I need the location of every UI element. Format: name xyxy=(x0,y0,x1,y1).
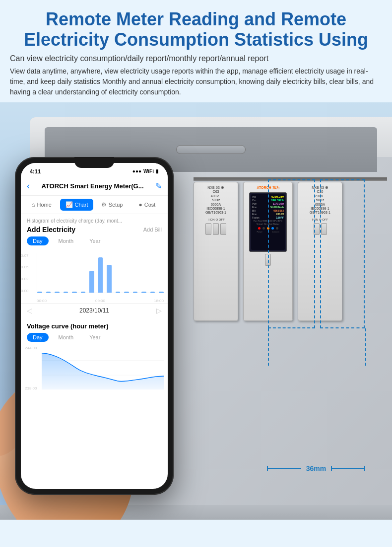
bar-3 xyxy=(55,292,60,293)
price-value: 050.0¥ xyxy=(276,213,284,216)
back-button[interactable]: ‹ xyxy=(27,181,30,191)
cur-value: 098.392A xyxy=(271,199,284,202)
period-selector-histogram: Day Month Year xyxy=(27,236,162,245)
device-switches-left xyxy=(196,223,236,235)
period-selector-voltage: Day Month Year xyxy=(27,333,162,342)
meter-type: Smart Din Rail Meter xyxy=(252,223,284,226)
dim-dashes-left xyxy=(268,328,269,366)
date-prev-button[interactable]: ◁ xyxy=(27,307,32,314)
pwr-label: Pwr: xyxy=(252,202,257,205)
nav-title: ATORCH Smart Energy Meter(G... xyxy=(34,182,151,190)
chart-bars-area xyxy=(37,253,164,293)
meter-brand-label: ATORCH 旭为 xyxy=(246,185,290,190)
x-label-mid: 09:00 xyxy=(95,299,105,303)
connect-indicator xyxy=(271,227,274,230)
voltage-period-day[interactable]: Day xyxy=(27,333,49,342)
bar-2 xyxy=(46,292,51,293)
period-day-btn[interactable]: Day xyxy=(27,236,49,245)
indicator-m2 xyxy=(267,227,269,230)
signal-icon: ●●● xyxy=(132,168,141,174)
connect-label: Connect xyxy=(272,231,279,233)
bar-13 xyxy=(141,292,146,293)
histogram-title: Histogram of electricity charge (day, mo… xyxy=(27,218,162,224)
device-right-label: NXB-63 ⊕C20230V~50Hz6000AIEC60898-1GB/T1… xyxy=(300,185,340,215)
tab-setup[interactable]: ⚙ Setup xyxy=(95,199,129,211)
tab-home-label: Home xyxy=(37,202,51,208)
main-image-area: NXB-63 ⊕C63400V~50Hz6000AIEC60898-1GB/T1… xyxy=(0,102,392,520)
bar-10 xyxy=(116,292,121,293)
bar-5 xyxy=(72,292,77,293)
switch-knob xyxy=(213,223,219,235)
chart-y-labels: 0.07 0.05 0.02 0.00 xyxy=(21,253,35,293)
battery-icon: ▮ xyxy=(156,168,159,174)
voltage-y-top: 244.00 xyxy=(25,346,42,350)
indicator-dark xyxy=(276,227,278,230)
tab-bar: ⌂ Home 📈 Chart ⚙ Setup ● Cost xyxy=(21,196,168,214)
period-year-btn[interactable]: Year xyxy=(83,236,106,245)
voltage-period-month[interactable]: Month xyxy=(53,333,80,342)
bar-7 xyxy=(89,271,94,292)
voltage-title: Voltage curve (hour meter) xyxy=(27,322,162,330)
dimension-line: 36mm xyxy=(267,465,365,472)
chart-x-labels: 00:00 09:00 18:00 xyxy=(37,299,164,303)
home-icon: ⌂ xyxy=(31,201,35,208)
switch-label-off: O OFF xyxy=(216,218,225,221)
date-nav: ◁ 2023/10/11 ▷ xyxy=(21,303,168,317)
chart-icon: 📈 xyxy=(65,201,73,208)
tab-cost[interactable]: ● Cost xyxy=(131,199,164,211)
add-bill-button[interactable]: Add Bill xyxy=(143,227,162,233)
power-label: Power xyxy=(257,231,262,233)
meter-ene-row: Ene: 36.8263kwh xyxy=(252,206,284,209)
device-switches-center xyxy=(246,254,290,266)
page-container: Remote Meter Reading and Remote Electric… xyxy=(0,0,392,547)
phone-notch xyxy=(74,157,114,168)
date-next-button[interactable]: ▷ xyxy=(156,307,162,314)
meter-data-display: Vol: 0239.28v Cur: 098.392A Pwr: 11771.6… xyxy=(251,194,285,250)
tab-chart-label: Chart xyxy=(75,202,88,208)
din-rail-area: NXB-63 ⊕C63400V~50Hz6000AIEC60898-1GB/T1… xyxy=(194,182,387,351)
date-display: 2023/10/11 xyxy=(79,307,109,314)
dimension-label: 36mm xyxy=(303,465,329,472)
bar-1 xyxy=(37,292,42,293)
dim-dashes-right xyxy=(365,328,366,366)
electricity-label: Add Electricity xyxy=(27,226,75,234)
factor-value: 0.50PF xyxy=(276,216,284,219)
status-icons: ●●● WiFi ▮ xyxy=(132,168,159,174)
bar-8 xyxy=(98,257,103,293)
cost-icon: ● xyxy=(139,201,142,208)
dim-line-right xyxy=(331,468,365,469)
period-month-btn[interactable]: Month xyxy=(53,236,80,245)
meter-display-screen: Vol: 0239.28v Cur: 098.392A Pwr: 11771.6… xyxy=(249,192,287,252)
line-chart-y-labels: 244.00 238.00 xyxy=(25,346,42,391)
din-device-center: ATORCH 旭为 Vol: 0239.28v Cur: 098.392A Pw… xyxy=(243,182,293,321)
tab-cost-label: Cost xyxy=(144,202,156,208)
electricity-row: Add Electricity Add Bill xyxy=(27,226,162,234)
y-label-mid2: 0.02 xyxy=(21,277,35,281)
voltage-section: Voltage curve (hour meter) Day Month Yea… xyxy=(21,318,168,400)
main-title: Remote Meter Reading and Remote Electric… xyxy=(10,9,382,50)
meter-price-row: Ene: 050.0¥ xyxy=(252,213,284,216)
wifi-icon: WiFi xyxy=(143,168,154,174)
bar-14 xyxy=(150,292,155,293)
din-rail-bar xyxy=(194,177,387,181)
y-label-bot: 0.00 xyxy=(21,289,35,293)
bottom-section xyxy=(0,505,392,520)
tab-chart[interactable]: 📈 Chart xyxy=(60,199,93,211)
switch-label-on: I ON xyxy=(208,218,214,221)
indicator-m xyxy=(262,227,265,230)
vol-value: 0239.28v xyxy=(271,195,284,198)
voltage-period-year[interactable]: Year xyxy=(83,333,106,342)
device-left-label: NXB-63 ⊕C63400V~50Hz6000AIEC60898-1GB/T1… xyxy=(196,185,236,215)
switch-knob xyxy=(205,223,211,235)
bar-12 xyxy=(133,292,138,293)
tab-home[interactable]: ⌂ Home xyxy=(25,199,58,211)
edit-button[interactable]: ✎ xyxy=(155,181,162,191)
x-label-start: 00:00 xyxy=(37,299,47,303)
y-label-top: 0.07 xyxy=(21,253,35,258)
meter-indicators xyxy=(252,227,284,230)
line-chart: 244.00 238.00 xyxy=(25,346,164,400)
cur-label: Cur: xyxy=(252,199,257,202)
bill-value: 036.8263 xyxy=(273,209,284,212)
voltage-y-bot: 238.00 xyxy=(25,386,42,391)
meter-factor-row: Factor: 0.50PF xyxy=(252,216,284,219)
